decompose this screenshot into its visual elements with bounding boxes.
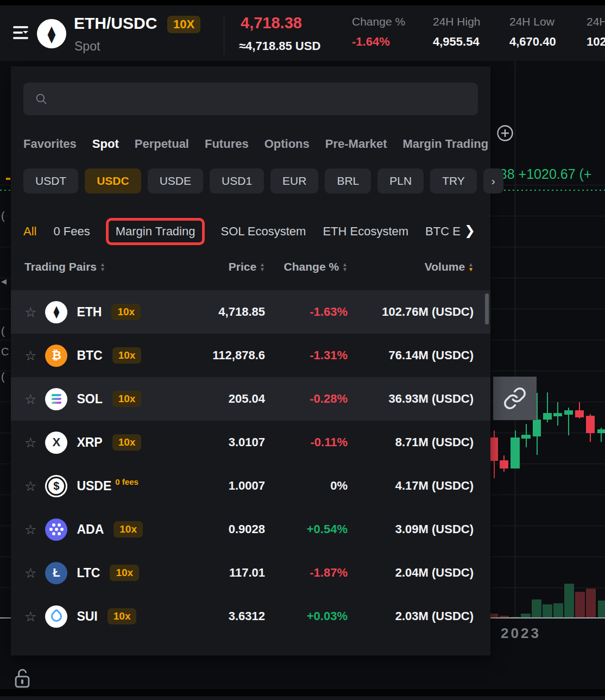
ltc-icon: Ł [45,562,67,584]
column-header-trading-pairs[interactable]: Trading Pairs▲▼ [24,260,159,273]
sort-icon: ▲▼ [468,262,474,272]
pair-symbol: SOL [77,392,102,407]
quote-chip-usdc[interactable]: USDC [85,168,141,193]
column-header-volume[interactable]: Volume▲▼ [348,260,474,273]
table-row-sol[interactable]: ☆SOL10x205.04-0.28%36.93M (USDC) [11,377,490,421]
leverage-badge: 10x [112,391,142,407]
table-row-xrp[interactable]: ☆XXRP10x3.0107-0.11%8.71M (USDC) [11,421,490,464]
pair-title[interactable]: ETH/USDC [74,14,157,33]
favorite-star-icon[interactable]: ☆ [24,522,36,538]
scrollbar-thumb[interactable] [485,293,489,324]
change-cell: -0.11% [265,435,348,449]
volume-cell: 4.17M (USDC) [348,479,474,493]
leverage-badge: 10x [111,304,141,320]
favorite-star-icon[interactable]: ☆ [24,304,36,320]
table-row-ada[interactable]: ☆ADA10x0.9028+0.54%3.09M (USDC) [11,508,490,551]
category-btc-e[interactable]: BTC E [425,224,461,239]
volume-cell: 76.14M (USDC) [348,348,474,362]
quote-chip-usdt[interactable]: USDT [23,168,78,193]
leverage-badge: 10x [110,565,139,581]
volume-cell: 3.09M (USDC) [348,522,474,536]
favorite-star-icon[interactable]: ☆ [24,565,36,581]
price-cell: 3.0107 [159,435,265,449]
sort-icon: ▲▼ [260,262,265,272]
pair-logo-eth-icon[interactable]: ⧫ [37,19,66,48]
link-button[interactable] [493,377,537,420]
price-cell: 205.04 [159,392,265,406]
footer-strip-bottom [0,696,605,700]
category-more-chevron[interactable]: ❯ [464,223,475,238]
search-bar[interactable] [23,83,478,115]
pair-symbol: SUI [77,609,97,624]
leverage-badge: 10x [108,608,137,624]
volume-cell: 36.93M (USDC) [348,392,474,406]
usde-icon: $ [45,475,67,497]
category-margin-trading[interactable]: Margin Trading [116,224,196,238]
volume-cell: 102.76M (USDC) [348,305,474,319]
tab-favorites[interactable]: Favorites [23,137,77,151]
favorite-star-icon[interactable]: ☆ [24,348,36,364]
quote-chip-usde[interactable]: USDE [148,168,203,193]
leverage-badge: 10x [112,434,142,451]
add-indicator-button[interactable] [495,123,515,143]
change-cell: -1.31% [265,348,348,362]
favorite-star-icon[interactable]: ☆ [24,609,36,624]
price-cell: 117.01 [159,566,265,580]
chart-change-annotation: 3.38 +1020.67 (+ [488,166,591,182]
footer-strip [0,689,605,696]
left-edge-fragment [6,178,10,180]
category-eth-ecosystem[interactable]: ETH Ecosystem [323,224,408,239]
change-cell: 0% [265,479,348,493]
sort-icon: ▲▼ [342,262,348,272]
category-0-fees[interactable]: 0 Fees [53,224,90,239]
quote-chips-more-chevron[interactable]: › [483,168,503,193]
eth-glyph: ⧫ [48,24,56,43]
tab-spot[interactable]: Spot [92,137,119,151]
table-row-sui[interactable]: ☆SUI10x3.6312+0.03%2.03M (USDC) [11,595,490,638]
leverage-badge: 10x [112,347,142,364]
eth-icon: ⧫ [45,301,67,323]
table-row-usde[interactable]: ☆$USDE0 fees1.00070%4.17M (USDC) [11,464,490,508]
stat-24h-low: 24H Low 4,670.40 [509,15,556,49]
category-all[interactable]: All [23,224,36,239]
tab-futures[interactable]: Futures [205,137,249,151]
menu-icon[interactable] [13,26,29,41]
quote-chip-brl[interactable]: BRL [325,168,371,193]
annotation-highlight-box: Margin Trading [106,218,205,245]
quote-chip-usd1[interactable]: USD1 [210,168,264,193]
zero-fees-label: 0 fees [115,477,138,486]
sort-icon: ▲▼ [100,262,105,272]
search-input[interactable] [56,92,467,106]
table-row-btc[interactable]: ☆₿BTC10x112,878.6-1.31%76.14M (USDC) [11,334,490,377]
market-tabs: FavoritesSpotPerpetualFuturesOptionsPre-… [23,137,490,151]
quote-chip-try[interactable]: TRY [430,168,477,193]
tab-perpetual[interactable]: Perpetual [135,137,189,151]
favorite-star-icon[interactable]: ☆ [24,391,36,407]
favorite-star-icon[interactable]: ☆ [24,478,36,494]
category-sol-ecosystem[interactable]: SOL Ecosystem [220,224,306,239]
header-divider [224,15,224,54]
quote-chip-eur[interactable]: EUR [270,168,318,193]
change-cell: +0.54% [265,522,348,536]
change-cell: +0.03% [265,609,348,623]
tab-options[interactable]: Options [264,137,310,151]
ticker-header: ⧫ ETH/USDC 10X Spot 4,718.38 ≈4,718.85 U… [0,0,605,61]
table-row-eth[interactable]: ☆⧫ETH10x4,718.85-1.63%102.76M (USDC) [11,290,490,334]
tab-pre-market[interactable]: Pre-Market [325,137,387,151]
favorite-star-icon[interactable]: ☆ [24,435,36,451]
unlock-icon[interactable] [12,666,33,690]
quote-currency-filters: USDTUSDCUSDEUSD1EURBRLPLNTRY› [23,168,503,193]
pair-symbol: USDE [77,479,111,493]
tab-margin-trading[interactable]: Margin Trading [403,137,489,151]
pair-symbol: XRP [77,435,102,450]
pair-symbol: BTC [77,348,102,363]
column-header-change-[interactable]: Change %▲▼ [265,260,348,273]
change-cell: -0.28% [265,392,348,406]
column-header-price[interactable]: Price▲▼ [159,260,265,273]
quote-chip-pln[interactable]: PLN [377,168,424,193]
stat-change-percent: Change % -1.64% [352,15,405,49]
pair-symbol: LTC [77,566,100,580]
table-row-ltc[interactable]: ☆ŁLTC10x117.01-1.87%2.04M (USDC) [11,551,490,595]
stat-24h-clipped: 24H 102 [587,15,605,49]
price-cell: 112,878.6 [159,348,265,362]
